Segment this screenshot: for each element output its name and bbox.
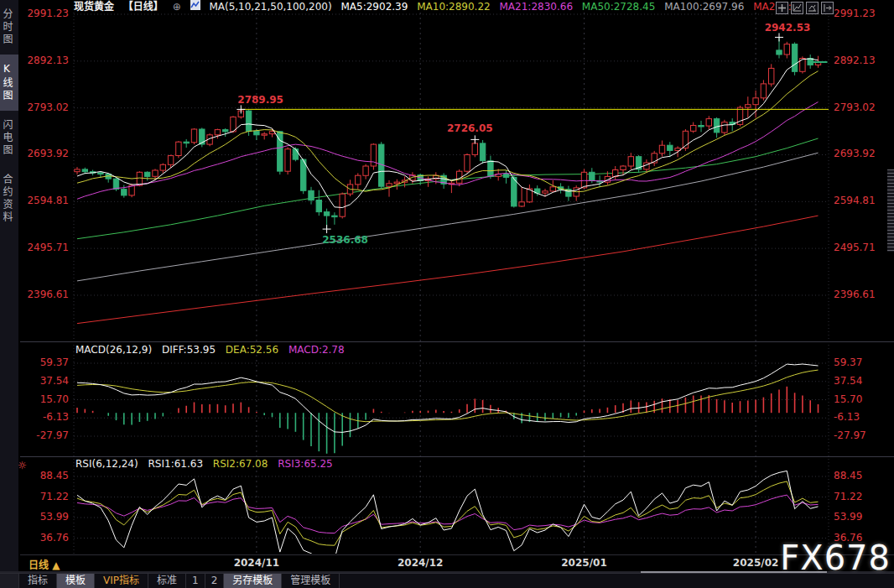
price-axis-right: 2991.232892.132793.022693.922594.812495.… [832, 0, 894, 588]
axis-tick-label: 59.37 [40, 356, 69, 368]
price-chart-canvas[interactable]: 2789.952536.682726.052942.53 [0, 0, 894, 588]
svg-text:2789.95: 2789.95 [237, 94, 283, 106]
scale-right-icon[interactable] [806, 2, 819, 14]
period-selector[interactable]: 日线 ▲ [29, 557, 60, 571]
time-axis: 日线 ▲ 2024/11 2024/12 2025/01 2025/02 [0, 555, 894, 571]
ma100-value: MA100:2697.96 [664, 1, 744, 13]
axis-tick-label: 37.54 [40, 375, 69, 387]
axis-tick-label: 53.99 [40, 511, 69, 523]
toolbar-tab-manage-templates[interactable]: 管理模板 [282, 574, 340, 588]
rsi-params: RSI(6,12,24) [75, 458, 138, 470]
axis-tick-label: 2495.71 [27, 242, 69, 253]
svg-text:2726.05: 2726.05 [447, 122, 493, 134]
watermark: FX678 [780, 539, 891, 577]
macd-legend: MACD(26,12,9) DIFF:53.95 DEA:52.56 MACD:… [75, 344, 351, 357]
sidebar: 分时图 K线图 闪电图 合约资料 [0, 0, 18, 588]
axis-tick-label: 2594.81 [834, 195, 876, 206]
axis-tick-label: 2793.02 [27, 101, 69, 113]
indicator-settings-icon[interactable]: ☼ [18, 460, 27, 471]
axis-tick-label: -6.13 [43, 411, 69, 423]
axis-tick-label: -27.97 [36, 429, 69, 441]
axis-tick-label: 2693.92 [834, 148, 876, 159]
axis-tick-label: -6.13 [834, 411, 860, 423]
sidebar-item-lightning-chart[interactable]: 闪电图 [0, 111, 18, 165]
axis-tick-label: 36.76 [40, 532, 69, 544]
scale-up-icon[interactable] [791, 2, 803, 14]
toolbar-corner [0, 574, 19, 588]
macd-value: MACD:2.78 [288, 344, 345, 356]
axis-tick-label: -27.97 [834, 429, 866, 441]
instrument-title: 现货黄金 [74, 1, 114, 13]
axis-tick-label: 71.22 [834, 491, 862, 502]
sidebar-item-time-chart[interactable]: 分时图 [0, 0, 18, 55]
axis-tick-label: 88.45 [40, 470, 69, 481]
jump-latest-icon[interactable] [821, 2, 834, 14]
axis-tick-label: 88.45 [834, 470, 862, 481]
toolbar-tab-save-template[interactable]: 另存模板 [224, 574, 282, 588]
period-badge: 【日线】 [123, 1, 164, 13]
toolbar-tab-2[interactable]: 2 [205, 574, 225, 588]
axis-tick-label: 59.37 [834, 356, 862, 368]
sidebar-item-contract-info[interactable]: 合约资料 [0, 165, 18, 232]
axis-tick-label: 2991.23 [27, 8, 69, 19]
rsi-legend: RSI(6,12,24) RSI1:61.63 RSI2:67.08 RSI3:… [75, 458, 340, 471]
svg-text:2942.53: 2942.53 [765, 22, 811, 34]
ma5-value: MA5:2902.39 [340, 1, 408, 13]
date-label: 2024/12 [397, 557, 444, 569]
axis-tick-label: 2991.23 [834, 8, 876, 19]
axis-tick-label: 71.22 [40, 491, 69, 502]
move-icon[interactable] [776, 2, 788, 14]
toolbar-tab-indicators[interactable]: 指标 [19, 574, 57, 588]
panel-divider[interactable] [20, 456, 894, 457]
rsi3-value: RSI3:65.25 [278, 458, 333, 470]
date-label: 2024/11 [233, 557, 280, 569]
toolbar-tab-vip-indicators[interactable]: VIP指标 [95, 574, 148, 588]
panel-divider[interactable] [20, 341, 894, 342]
axis-tick-label: 2892.13 [834, 55, 876, 66]
date-label: 2025/01 [561, 557, 608, 569]
chart-header: 现货黄金 【日线】 ⊕ MA(5,10,21,50,100,200) MA5:2… [74, 0, 803, 13]
axis-tick-label: 15.70 [40, 393, 69, 405]
axis-tick-label: 2495.71 [834, 242, 876, 253]
trading-app: 分时图 K线图 闪电图 合约资料 现货黄金 【日线】 ⊕ MA(5,10,21,… [0, 0, 894, 588]
macd-dea-value: DEA:52.56 [226, 344, 278, 356]
svg-text:2536.68: 2536.68 [322, 234, 368, 246]
axis-tick-label: 2594.81 [27, 195, 69, 206]
axis-tick-label: 53.99 [834, 511, 862, 523]
rsi2-value: RSI2:67.08 [213, 458, 268, 470]
vertical-scrollbar[interactable] [887, 169, 894, 252]
axis-tick-label: 2793.02 [834, 101, 876, 113]
axis-tick-label: 2892.13 [27, 55, 69, 66]
ma50-value: MA50:2728.45 [582, 1, 656, 13]
axis-tick-label: 2396.61 [27, 289, 69, 300]
chart-toolbar-icons [776, 2, 834, 14]
add-indicator-icon[interactable]: ⊕ [173, 1, 181, 13]
toolbar-tab-templates[interactable]: 模板 [57, 574, 95, 588]
axis-tick-label: 2693.92 [27, 148, 69, 159]
ma21-value: MA21:2830.66 [500, 1, 574, 13]
toolbar-tab-standard[interactable]: 标准 [148, 574, 186, 588]
date-label: 2025/02 [732, 557, 779, 569]
bottom-toolbar: 指标 模板 VIP指标 标准 1 2 另存模板 管理模板 [0, 573, 894, 588]
axis-tick-label: 15.70 [834, 393, 862, 405]
ma-params: MA(5,10,21,50,100,200) [209, 1, 331, 13]
axis-tick-label: 2396.61 [834, 289, 876, 300]
rsi1-value: RSI1:61.63 [148, 458, 204, 470]
sidebar-item-kline-chart[interactable]: K线图 [0, 55, 18, 111]
chart-type-icon[interactable] [190, 1, 200, 13]
toolbar-tab-1[interactable]: 1 [186, 574, 205, 588]
ma10-value: MA10:2890.22 [417, 1, 491, 13]
macd-params: MACD(26,12,9) [75, 344, 152, 356]
macd-diff-value: DIFF:53.95 [162, 344, 216, 356]
axis-tick-label: 37.54 [834, 375, 862, 387]
